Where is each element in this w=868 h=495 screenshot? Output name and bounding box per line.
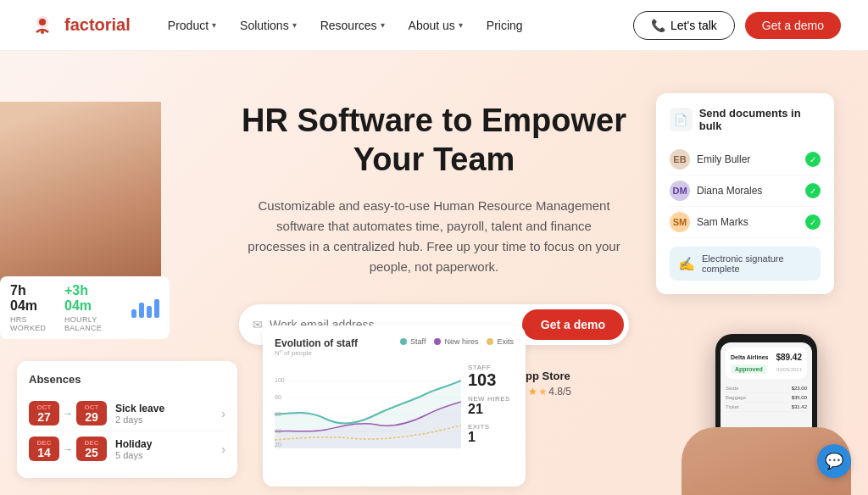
hourly-balance: +3h 04m HOURLY BALANCE <box>64 283 118 332</box>
left-person-widget: 7h 04m HRS WORKED +3h 04m HOURLY BALANCE <box>0 102 170 339</box>
arrow-icon: → <box>63 443 73 455</box>
nav-pricing[interactable]: Pricing <box>476 14 533 37</box>
hours-worked: 7h 04m HRS WORKED <box>10 283 51 332</box>
chat-button[interactable]: 💬 <box>817 444 851 478</box>
staff-chart: 100 80 60 40 20 <box>275 364 461 457</box>
document-icon: 📄 <box>670 108 693 131</box>
nav-solutions[interactable]: Solutions ▾ <box>230 14 307 37</box>
svg-point-3 <box>41 31 44 34</box>
chevron-down-icon: ▾ <box>381 20 385 30</box>
legend-staff: Staff <box>400 337 426 346</box>
stat-exits: EXITS 1 <box>468 423 510 444</box>
svg-text:100: 100 <box>275 377 285 383</box>
logo[interactable]: factorial <box>27 10 131 41</box>
phone-icon: 📞 <box>651 19 665 32</box>
navbar: factorial Product ▾ Solutions ▾ Resource… <box>0 0 868 51</box>
hero-subtitle: Customizable and easy-to-use Human Resou… <box>239 196 629 277</box>
logo-text: factorial <box>64 15 131 35</box>
svg-text:20: 20 <box>275 442 281 448</box>
mini-bar-chart <box>131 298 159 318</box>
chart-y-label: Nº of people <box>275 349 358 357</box>
svg-point-2 <box>39 19 46 25</box>
arrow-icon: → <box>63 408 73 420</box>
phone-widget: Delta Airlines $89.42 Approved 03/05/202… <box>698 334 834 495</box>
signature-icon: ✍ <box>678 256 695 272</box>
nav-actions: 📞 Let's talk Get a demo <box>633 11 841 40</box>
nav-about[interactable]: About us ▾ <box>398 14 473 37</box>
evolution-widget: Evolution of staff Nº of people Staff Ne… <box>263 325 526 487</box>
nav-resources[interactable]: Resources ▾ <box>310 14 395 37</box>
bar-3 <box>147 306 152 318</box>
person-silhouette <box>0 102 161 305</box>
stat-staff: STAFF 103 <box>468 364 510 388</box>
absences-title: Absences <box>29 373 225 386</box>
svg-text:40: 40 <box>275 428 281 434</box>
user-row-diana: DM Diana Morales ✓ <box>670 175 821 207</box>
document-widget: 📄 Send documents in bulk EB Emily Buller… <box>656 93 834 294</box>
phone-row: Seats $23.00 <box>726 384 807 393</box>
bar-1 <box>131 309 136 318</box>
check-icon: ✓ <box>805 214 821 230</box>
date-from-oct27: OCT 27 <box>29 401 59 425</box>
hero-section: 7h 04m HRS WORKED +3h 04m HOURLY BALANCE… <box>0 51 868 495</box>
legend-newhires: New hires <box>434 337 478 346</box>
chevron-down-icon: ▾ <box>292 20 297 30</box>
chart-legend: Staff New hires Exits <box>400 337 514 346</box>
chevron-right-icon: › <box>221 442 225 456</box>
chart-title: Evolution of staff <box>275 337 358 349</box>
absences-widget: Absences OCT 27 → OCT 29 Sick leave 2 da… <box>17 361 237 478</box>
phone-row: Baggage $35.00 <box>726 393 807 403</box>
user-row-sam: SM Sam Marks ✓ <box>670 207 821 238</box>
svg-text:60: 60 <box>275 411 281 417</box>
widget-header: 📄 Send documents in bulk <box>670 107 821 132</box>
check-icon: ✓ <box>805 183 821 198</box>
absence-row-sick: OCT 27 → OCT 29 Sick leave 2 days › <box>29 396 225 431</box>
user-row-emily: EB Emily Buller ✓ <box>670 144 821 175</box>
check-icon: ✓ <box>805 152 821 167</box>
chevron-down-icon: ▾ <box>459 20 463 30</box>
get-demo-button[interactable]: Get a demo <box>522 309 624 340</box>
nav-links: Product ▾ Solutions ▾ Resources ▾ About … <box>158 14 633 37</box>
date-from-dec14: DEC 14 <box>29 437 59 461</box>
get-demo-nav-button[interactable]: Get a demo <box>745 12 841 39</box>
svg-text:80: 80 <box>275 394 281 400</box>
hero-title: HR Software to Empower Your Team <box>239 102 629 179</box>
absence-row-holiday: DEC 14 → DEC 25 Holiday 5 days › <box>29 431 225 466</box>
avatar-emily: EB <box>670 149 690 170</box>
date-to-oct29: OCT 29 <box>76 401 107 425</box>
nav-product[interactable]: Product ▾ <box>158 14 226 37</box>
chevron-right-icon: › <box>221 407 225 420</box>
bar-4 <box>154 299 159 318</box>
phone-row: Ticket $31.42 <box>726 403 807 412</box>
lets-talk-button[interactable]: 📞 Let's talk <box>633 11 735 40</box>
chat-icon: 💬 <box>825 452 843 470</box>
bar-2 <box>139 303 144 318</box>
date-to-dec25: DEC 25 <box>76 437 107 461</box>
chevron-down-icon: ▾ <box>212 20 216 30</box>
stat-newhires: NEW HIRES 21 <box>468 395 510 416</box>
person-photo <box>0 102 161 305</box>
hours-badge: 7h 04m HRS WORKED +3h 04m HOURLY BALANCE <box>0 276 170 339</box>
avatar-diana: DM <box>670 181 690 201</box>
signature-complete: ✍ Electronic signature complete <box>670 247 821 281</box>
email-icon: ✉ <box>253 318 263 331</box>
legend-exits: Exits <box>487 337 514 346</box>
avatar-sam: SM <box>670 212 690 232</box>
